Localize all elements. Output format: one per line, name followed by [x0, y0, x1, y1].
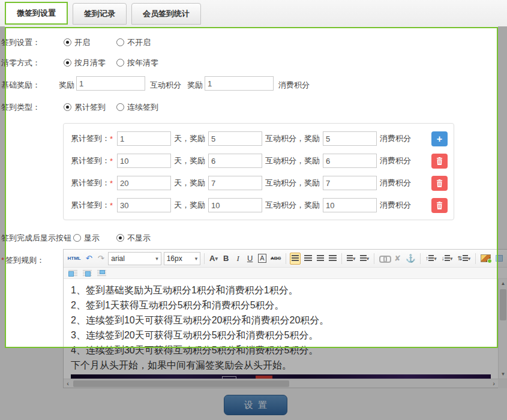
radio-signin-off[interactable]: 不开启	[116, 37, 151, 48]
delete-row-button[interactable]	[431, 176, 448, 191]
radio-reset-yearly[interactable]: 按年清零	[116, 58, 158, 68]
reward-days-input[interactable]	[117, 176, 171, 190]
font-size-select[interactable]: 16px▾	[164, 252, 201, 265]
list-bars-glyph	[360, 255, 366, 262]
reward-row: 累计签到：* 天，奖励 互动积分，奖励 消费积分	[71, 153, 448, 169]
unlink-icon[interactable]: ✘	[393, 253, 403, 265]
reward-days-input[interactable]	[117, 154, 171, 168]
reward-interactive-input[interactable]	[208, 176, 262, 190]
interactive-suffix-label: 互动积分，奖励	[265, 178, 320, 188]
delete-row-button[interactable]	[431, 154, 448, 169]
radio-icon[interactable]	[116, 234, 124, 242]
radio-type-cumulative[interactable]: 累计签到	[64, 102, 106, 113]
reward-consume-input[interactable]	[323, 198, 377, 212]
radio-icon[interactable]	[116, 103, 124, 111]
reward-days-input[interactable]	[117, 198, 171, 212]
base-reward-consume-suffix: 消费积分	[278, 80, 310, 91]
list-bars-glyph	[347, 255, 353, 262]
add-row-button[interactable]: +	[431, 131, 448, 146]
radio-icon[interactable]	[116, 38, 124, 46]
scroll-up-arrow[interactable]: ▲	[499, 279, 507, 288]
reward-interactive-input[interactable]	[208, 131, 262, 146]
radio-hide[interactable]: 不显示	[116, 233, 151, 244]
toolbar-separator	[374, 253, 374, 264]
insert-image-icon[interactable]	[479, 253, 491, 265]
chevron-down-icon: ▾	[195, 256, 198, 262]
signin-setting-label: 签到设置：	[1, 37, 40, 48]
insert-media-icon[interactable]	[494, 253, 504, 265]
rules-richtext-editor: HTML ↶ ↷ arial▾ 16px▾ A▾ B I U A ABC ▾ ▾	[63, 249, 507, 388]
background-color-icon[interactable]: A	[257, 253, 268, 265]
editor-horizontal-scrollbar[interactable]: ‹ ›	[64, 379, 507, 388]
radio-signin-on[interactable]: 开启	[64, 37, 90, 48]
reward-interactive-input[interactable]	[208, 154, 262, 168]
redo-icon[interactable]: ↷	[96, 253, 106, 265]
image-align-center-icon[interactable]	[83, 270, 92, 277]
rules-line: 1、签到基础奖励为互动积分1积分和消费积分1积分。	[71, 283, 491, 298]
reward-consume-input[interactable]	[323, 131, 377, 146]
rules-label: *签到规则：	[1, 255, 44, 266]
radio-reset-monthly[interactable]: 按月清零	[64, 58, 106, 68]
image-align-left-icon[interactable]	[68, 270, 77, 277]
bold-icon[interactable]: B	[221, 253, 231, 265]
align-justify-icon[interactable]	[328, 253, 337, 265]
rules-label-text: 签到规则：	[5, 256, 44, 265]
embedded-banner-image	[71, 374, 491, 379]
strikethrough-icon[interactable]: ABC	[269, 253, 282, 265]
trash-icon	[436, 157, 443, 165]
toolbar-separator	[286, 253, 286, 264]
reward-consume-input[interactable]	[323, 176, 377, 190]
underline-icon[interactable]: U	[245, 253, 255, 265]
font-family-select[interactable]: arial▾	[108, 252, 161, 265]
boxed-a-glyph: A	[258, 254, 266, 263]
align-bars-glyph	[292, 255, 299, 262]
delete-row-button[interactable]	[431, 198, 448, 213]
font-color-icon[interactable]: A▾	[208, 253, 218, 265]
radio-type-continuous[interactable]: 连续签到	[116, 102, 158, 113]
radio-icon[interactable]	[73, 234, 81, 242]
chain-glyph	[379, 256, 389, 261]
submit-settings-button[interactable]: 设置	[224, 395, 287, 415]
horizontal-scroll-thumb[interactable]	[73, 380, 289, 387]
trash-icon	[436, 179, 443, 187]
ordered-list-icon[interactable]: ▾	[346, 253, 357, 265]
italic-icon[interactable]: I	[233, 253, 243, 265]
undo-icon[interactable]: ↶	[84, 253, 94, 265]
base-consume-points-input[interactable]	[205, 76, 274, 91]
base-interactive-points-input[interactable]	[76, 76, 145, 91]
editor-content-area[interactable]: 1、签到基础奖励为互动积分1积分和消费积分1积分。 2、签到1天获得互动积分5积…	[64, 279, 498, 379]
required-mark: *	[110, 201, 113, 210]
vertical-scroll-thumb[interactable]	[500, 289, 506, 320]
rules-line: 4、连续签到30天可获得互动积分5积分和消费积分5积分。	[71, 343, 491, 358]
scroll-right-arrow[interactable]: ›	[490, 379, 498, 388]
align-left-icon[interactable]	[290, 253, 301, 265]
image-align-top-icon[interactable]	[97, 270, 106, 277]
html-source-icon[interactable]: HTML	[67, 253, 82, 265]
radio-icon[interactable]	[116, 59, 124, 67]
reward-interactive-input[interactable]	[208, 198, 262, 212]
radio-icon[interactable]	[64, 103, 71, 111]
align-bars-glyph	[329, 255, 336, 262]
letter-spacing-icon[interactable]: ↑▾	[424, 253, 438, 265]
paragraph-spacing-icon[interactable]: ↓▾	[440, 253, 454, 265]
anchor-icon[interactable]: ⚓	[405, 253, 417, 265]
align-center-icon[interactable]	[303, 253, 313, 265]
reward-days-input[interactable]	[117, 131, 171, 146]
reward-consume-input[interactable]	[323, 154, 377, 168]
base-reward-consume-prefix: 奖励	[187, 80, 203, 91]
scroll-left-arrow[interactable]: ‹	[64, 379, 72, 388]
radio-icon[interactable]	[64, 59, 71, 67]
unordered-list-icon[interactable]: ▾	[359, 253, 370, 265]
align-right-icon[interactable]	[316, 253, 325, 265]
banner-outline-box	[222, 376, 236, 379]
radio-icon[interactable]	[64, 38, 71, 46]
link-icon[interactable]	[378, 253, 390, 265]
interactive-suffix-label: 互动积分，奖励	[265, 200, 320, 211]
rules-line: 3、连续签到20天可获得互动积分5积分和消费积分5积分。	[71, 328, 491, 343]
reward-row: 累计签到：* 天，奖励 互动积分，奖励 消费积分	[71, 197, 448, 213]
scroll-down-arrow[interactable]: ▼	[499, 370, 507, 379]
consume-suffix-label: 消费积分	[380, 133, 411, 144]
line-height-icon[interactable]: ⇅▾	[456, 253, 472, 265]
radio-show[interactable]: 显示	[73, 233, 100, 244]
editor-vertical-scrollbar[interactable]: ▲ ▼	[498, 279, 507, 379]
